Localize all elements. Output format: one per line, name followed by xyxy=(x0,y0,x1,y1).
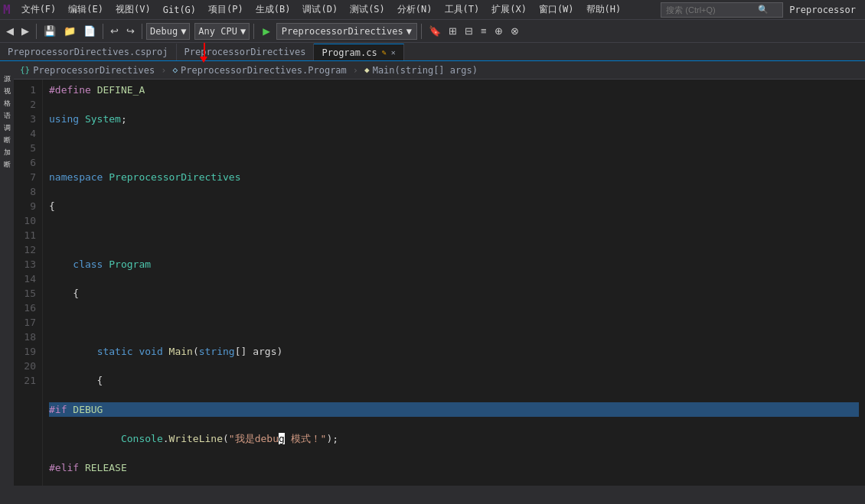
menu-bar: M 文件(F) 编辑(E) 视图(V) Git(G) 项目(P) 生成(B) 调… xyxy=(0,0,865,20)
directive-dropdown[interactable]: PreprocessorDirectives ▼ xyxy=(276,23,417,40)
toolbar-separator-4 xyxy=(253,24,254,39)
sidebar-icon-3[interactable]: 格 xyxy=(2,89,12,99)
breadcrumb-sep-1: › xyxy=(161,65,166,76)
new-file-button[interactable]: 📄 xyxy=(80,24,99,38)
tab-close-button[interactable]: ✕ xyxy=(391,48,396,57)
code-line-14: #elif RELEASE xyxy=(49,460,859,475)
line-numbers: 1 2 3 4 5 6 7 8 9 10 11 12 13 14 15 16 1… xyxy=(14,80,43,486)
menu-test[interactable]: 测试(S) xyxy=(344,2,391,18)
left-sidebar: 源 视 格 语 调 断 加 断 xyxy=(0,61,14,486)
sidebar-icon-2[interactable]: 视 xyxy=(2,76,12,87)
menu-window[interactable]: 窗口(W) xyxy=(533,2,580,18)
save-all-button[interactable]: 📁 xyxy=(60,24,79,38)
code-line-12: #if DEBUG xyxy=(49,402,859,417)
breadcrumb-method[interactable]: Main(string[] args) xyxy=(373,65,478,76)
menu-help[interactable]: 帮助(H) xyxy=(580,2,628,18)
toolbar-separator-3 xyxy=(142,24,142,39)
line-num-1: 1 xyxy=(14,83,36,97)
code-content-area[interactable]: #define DEFINE_A using System; namespace… xyxy=(43,80,865,486)
code-line-13: Console.WriteLine("我是debug 模式！"); xyxy=(49,431,859,446)
cpu-dropdown[interactable]: Any CPU ▼ xyxy=(194,23,250,40)
line-num-17: 17 xyxy=(14,315,36,330)
line-num-19: 19 xyxy=(14,344,36,359)
debug-config-dropdown[interactable]: Debug ▼ xyxy=(146,23,190,40)
window-title-right: Preprocessor xyxy=(783,5,862,15)
toolbar-btn-10[interactable]: ⊗ xyxy=(508,24,522,38)
breadcrumb-namespace-icon: {} xyxy=(20,65,30,75)
menu-edit[interactable]: 编辑(E) xyxy=(62,2,109,18)
code-line-8: { xyxy=(49,286,859,301)
sidebar-icon-6[interactable]: 断 xyxy=(2,125,12,136)
tab-program-cs-label: Program.cs xyxy=(322,47,377,58)
line-num-22 xyxy=(14,388,36,402)
tab-csproj-label: PreprocessorDirectives.csproj xyxy=(8,47,168,57)
editor-container: 源 视 格 语 调 断 加 断 {} PreprocessorDirective… xyxy=(0,61,865,486)
menu-extensions[interactable]: 扩展(X) xyxy=(485,2,533,18)
back-button[interactable]: ◀ xyxy=(3,24,17,38)
breadcrumb-sep-2: › xyxy=(353,65,358,76)
line-num-16: 16 xyxy=(14,301,36,315)
line-num-12: 12 xyxy=(14,242,36,257)
code-line-6 xyxy=(49,228,859,242)
tab-program-cs[interactable]: Program.cs ✎ ✕ xyxy=(314,44,403,60)
code-line-1: #define DEFINE_A xyxy=(49,83,859,97)
run-button[interactable]: ▶ xyxy=(258,24,275,38)
line-num-6: 6 xyxy=(14,155,36,170)
line-num-13: 13 xyxy=(14,257,36,272)
menu-file[interactable]: 文件(F) xyxy=(15,2,63,18)
forward-button[interactable]: ▶ xyxy=(18,24,32,38)
line-num-11: 11 xyxy=(14,228,36,242)
debug-config-arrow: ▼ xyxy=(181,26,186,37)
code-editor[interactable]: 1 2 3 4 5 6 7 8 9 10 11 12 13 14 15 16 1… xyxy=(14,80,865,486)
tab-preprocessor-label: PreprocessorDirectives xyxy=(184,47,306,57)
breadcrumb-namespace[interactable]: PreprocessorDirectives xyxy=(33,65,155,76)
tabs-bar: PreprocessorDirectives.csproj Preprocess… xyxy=(0,43,865,61)
breadcrumb-class[interactable]: PreprocessorDirectives.Program xyxy=(181,65,347,76)
tab-preprocessor[interactable]: PreprocessorDirectives xyxy=(177,44,315,60)
undo-button[interactable]: ↩ xyxy=(107,24,122,38)
toolbar: ◀ ▶ 💾 📁 📄 ↩ ↪ Debug ▼ Any CPU ▼ ▶ Prepro… xyxy=(0,20,865,43)
search-input[interactable] xyxy=(666,5,758,15)
code-line-9 xyxy=(49,315,859,330)
sidebar-icon-1[interactable]: 源 xyxy=(2,64,12,75)
toolbar-btn-7[interactable]: ⊟ xyxy=(462,24,476,38)
cpu-arrow: ▼ xyxy=(240,26,246,37)
toolbar-btn-9[interactable]: ⊕ xyxy=(491,24,506,38)
search-icon: 🔍 xyxy=(758,5,769,15)
breadcrumb-bar: {} PreprocessorDirectives › ◇ Preprocess… xyxy=(14,61,865,80)
code-line-11: { xyxy=(49,373,859,388)
redo-button[interactable]: ↪ xyxy=(123,24,138,38)
line-num-8: 8 xyxy=(14,184,36,199)
breadcrumb-class-icon: ◇ xyxy=(172,65,178,75)
menu-debug[interactable]: 调试(D) xyxy=(296,2,344,18)
line-num-5: 5 xyxy=(14,141,36,155)
menu-analyze[interactable]: 分析(N) xyxy=(391,2,439,18)
search-box[interactable]: 🔍 xyxy=(661,2,783,18)
sidebar-icon-8[interactable]: 断 xyxy=(2,150,12,161)
code-line-4: namespace PreprocessorDirectives xyxy=(49,170,859,184)
sidebar-icon-4[interactable]: 语 xyxy=(2,101,12,112)
menu-view[interactable]: 视图(V) xyxy=(109,2,157,18)
main-editor-area: {} PreprocessorDirectives › ◇ Preprocess… xyxy=(14,61,865,486)
directive-label: PreprocessorDirectives xyxy=(282,26,403,37)
code-line-2: using System; xyxy=(49,112,859,126)
line-num-21: 21 xyxy=(14,373,36,388)
code-line-7: class Program xyxy=(49,257,859,272)
line-num-10: 10 xyxy=(14,213,36,228)
toolbar-btn-8[interactable]: ≡ xyxy=(478,24,490,38)
cpu-label: Any CPU xyxy=(198,26,237,37)
bookmark-button[interactable]: 🔖 xyxy=(426,24,444,38)
tab-csproj[interactable]: PreprocessorDirectives.csproj xyxy=(0,44,177,60)
menu-project[interactable]: 项目(P) xyxy=(202,2,250,18)
menu-git[interactable]: Git(G) xyxy=(157,3,202,17)
menu-tools[interactable]: 工具(T) xyxy=(439,2,486,18)
toolbar-btn-6[interactable]: ⊞ xyxy=(446,24,460,38)
save-button[interactable]: 💾 xyxy=(41,24,59,38)
sidebar-icon-5[interactable]: 调 xyxy=(2,113,12,124)
menu-build[interactable]: 生成(B) xyxy=(250,2,297,18)
line-num-20: 20 xyxy=(14,359,36,373)
sidebar-icon-7[interactable]: 加 xyxy=(2,138,12,148)
vs-logo: M xyxy=(3,2,11,17)
code-line-3 xyxy=(49,141,859,155)
line-num-14: 14 xyxy=(14,272,36,286)
